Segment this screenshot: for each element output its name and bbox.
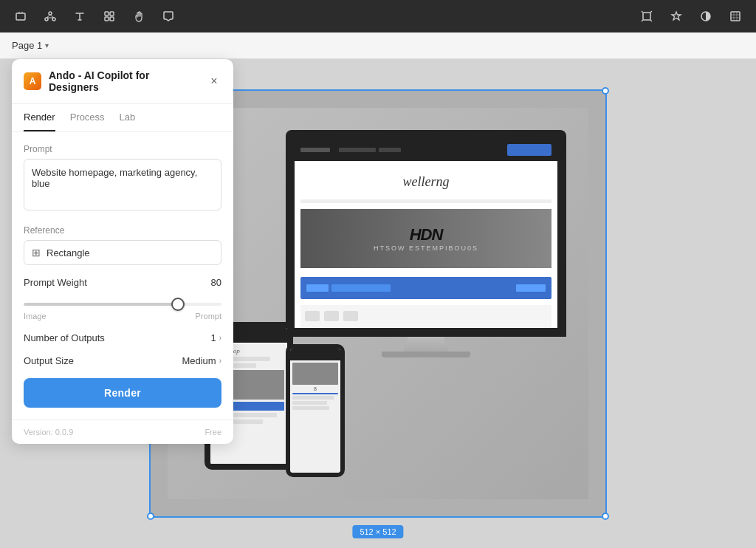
monitor-blue-bar [300,277,551,299]
svg-rect-4 [105,12,109,16]
outputs-chevron-icon: › [219,334,221,342]
prompt-weight-label: Prompt Weight [24,277,87,288]
monitor-screen-inner: wellerng HDN HTSOW ESTEMPIBOU0S [295,139,557,328]
monitor-header-button [507,144,551,156]
component-icon[interactable] [100,7,118,25]
panel-body: Prompt Reference ⊞ Rectangle Prompt Weig… [12,132,233,419]
phone-body: 8 [286,344,345,477]
phone-screen: 8 [290,349,340,473]
render-button[interactable]: Render [24,378,221,408]
outputs-selector[interactable]: 1 › [210,332,221,343]
output-size-row: Output Size Medium › [24,355,221,366]
monitor-web-header [295,139,557,161]
svg-point-3 [52,18,55,21]
prompt-weight-value: 80 [211,277,221,288]
prompt-input[interactable] [24,159,221,210]
phone-mockup: 8 [286,344,345,477]
text-icon[interactable] [71,7,89,25]
plugin-panel: A Ando - AI Copilot for Designers × Rend… [12,59,233,444]
output-size-chevron-icon: › [219,357,221,365]
panel-header: A Ando - AI Copilot for Designers × [12,59,233,104]
close-button[interactable]: × [207,74,221,89]
slider-labels: Image Prompt [24,312,221,321]
contrast-icon[interactable] [697,7,715,25]
panel-tabs: Render Process Lab [12,104,233,132]
svg-rect-8 [643,13,650,20]
reference-section: Reference ⊞ Rectangle [24,225,221,265]
reference-grid-icon: ⊞ [32,247,41,258]
output-size-value: Medium [182,355,216,366]
plugin-title: Ando - AI Copilot for Designers [49,69,199,93]
handle-bottom-right[interactable] [602,513,609,520]
svg-rect-5 [110,12,114,16]
outputs-label: Number of Outputs [24,332,105,343]
phone-header [290,349,340,360]
svg-rect-6 [105,17,109,21]
panel-footer: Version: 0.0.9 Free [12,419,233,444]
reference-item[interactable]: ⊞ Rectangle [24,240,221,265]
prompt-weight-section: Prompt Weight 80 Image Prompt [24,277,221,321]
output-size-label: Output Size [24,355,74,366]
plugin-logo: A [24,72,41,90]
prompt-weight-slider[interactable] [24,303,221,306]
outputs-row: Number of Outputs 1 › [24,332,221,343]
top-toolbar [0,0,756,32]
hand-icon[interactable] [130,7,148,25]
plan-badge: Free [205,428,221,436]
page-selector[interactable]: Page 1 ▾ [12,40,49,51]
monitor-mockup: wellerng HDN HTSOW ESTEMPIBOU0S [286,130,566,374]
phone-content: 8 [290,360,340,473]
prompt-weight-header: Prompt Weight 80 [24,277,221,288]
toolbar-left [12,7,177,25]
svg-rect-7 [110,17,114,21]
prompt-label: Prompt [24,144,221,154]
handle-bottom-left[interactable] [147,513,154,520]
tab-process[interactable]: Process [70,104,105,131]
toolbar-right [638,7,744,25]
comment-icon[interactable] [159,7,177,25]
page-name: Page 1 [12,40,42,51]
page-label-bar: Page 1 ▾ [0,32,756,59]
monitor-screen: wellerng HDN HTSOW ESTEMPIBOU0S [286,130,566,337]
canvas-size-label: 512 × 512 [352,525,403,538]
output-size-selector[interactable]: Medium › [182,355,221,366]
rectangle-icon[interactable] [12,7,30,25]
svg-point-2 [45,18,48,21]
slider-min-label: Image [24,312,47,321]
trim-icon[interactable] [726,7,744,25]
handle-top-right[interactable] [602,87,609,95]
svg-rect-10 [731,12,740,21]
reference-item-label: Rectangle [47,247,90,258]
prompt-weight-slider-container [24,295,221,309]
tab-lab[interactable]: Lab [120,104,136,131]
reference-label: Reference [24,225,221,236]
version-label: Version: 0.0.9 [24,428,73,436]
outputs-value: 1 [210,332,216,343]
pen-icon[interactable] [41,7,59,25]
crop-icon[interactable] [638,7,656,25]
svg-point-1 [49,12,52,15]
slider-max-label: Prompt [196,312,221,321]
prompt-section: Prompt [24,144,221,213]
tab-render[interactable]: Render [24,104,55,131]
monitor-web-content: wellerng HDN HTSOW ESTEMPIBOU0S [295,161,557,328]
monitor-hero: HDN HTSOW ESTEMPIBOU0S [300,209,551,268]
star-icon[interactable] [667,7,685,25]
page-chevron-icon: ▾ [45,41,49,49]
svg-rect-0 [16,13,25,20]
